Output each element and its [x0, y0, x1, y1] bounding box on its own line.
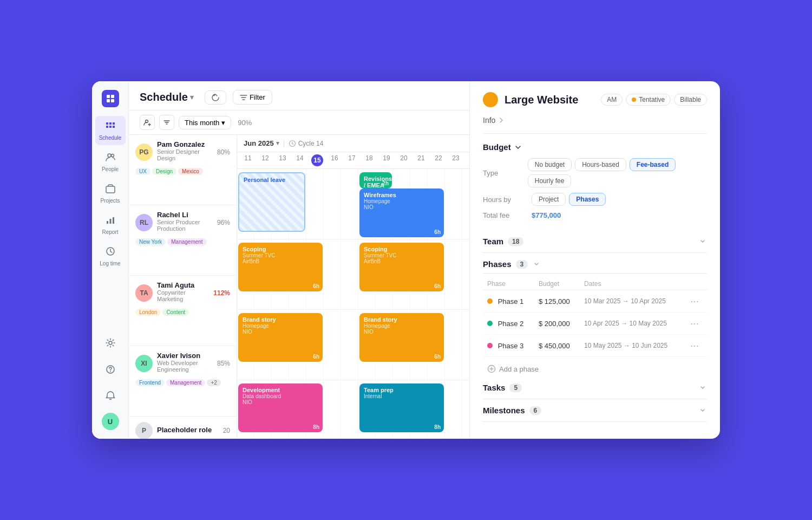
- month-selector[interactable]: This month ▾: [179, 116, 231, 129]
- tasks-label-text: Tasks: [483, 383, 505, 392]
- event-block-3-0[interactable]: DevelopmentData dashboardNIO8h: [238, 384, 323, 432]
- phase-more-btn-2[interactable]: ⋯: [689, 340, 700, 351]
- budget-total-row: Total fee $775,000: [483, 211, 707, 219]
- cal-row-1: ScopingSummer TVCAirBnB6hScopingSummer T…: [237, 239, 469, 310]
- calendar-month-label[interactable]: Jun 2025 ▾: [244, 139, 279, 147]
- cal-cell-2-13: [462, 310, 469, 380]
- team-section[interactable]: Team 18: [483, 230, 707, 253]
- budget-opt-feebased[interactable]: Fee-based: [630, 158, 676, 171]
- event-block-3-1[interactable]: Team prepInternal8h: [359, 384, 444, 432]
- app-logo[interactable]: [102, 90, 119, 107]
- person-tag[interactable]: London: [135, 309, 161, 316]
- budget-hours-phases[interactable]: Phases: [569, 193, 606, 206]
- person-tag[interactable]: Mexico: [178, 168, 203, 175]
- calendar-rows: Personal leave Revisions / EMEA la2hWire…: [237, 169, 469, 439]
- sidebar-item-help[interactable]: [95, 360, 126, 382]
- phase-more-btn-0[interactable]: ⋯: [689, 296, 700, 307]
- add-phase-icon: [487, 365, 496, 373]
- milestones-chevron-icon: [698, 406, 707, 415]
- cal-cell-0-4: [306, 169, 324, 239]
- event-block-1-1[interactable]: ScopingSummer TVCAirBnB6h: [359, 243, 444, 291]
- tentative-label: Tentative: [639, 96, 665, 103]
- sync-icon: [212, 94, 219, 101]
- team-chevron-icon: [698, 237, 707, 246]
- milestones-section[interactable]: Milestones 6: [483, 399, 707, 422]
- svg-rect-4: [106, 122, 108, 125]
- notifications-icon: [105, 391, 116, 404]
- phases-header[interactable]: Phases 3: [483, 253, 707, 274]
- phase-name-cell-0: Phase 1: [483, 290, 534, 313]
- phase-more-btn-1[interactable]: ⋯: [689, 318, 700, 329]
- event-block-0-1[interactable]: Revisions / EMEA la2h: [359, 172, 392, 188]
- event-leave-0-0[interactable]: Personal leave: [238, 172, 305, 232]
- budget-section-title[interactable]: Budget: [483, 142, 707, 152]
- event-hours: 6h: [313, 283, 319, 289]
- person-header-placeholder: P Placeholder role 20: [135, 422, 230, 439]
- cal-month-text: Jun 2025: [244, 139, 274, 147]
- phase-dot-1: [487, 321, 493, 326]
- sort-button[interactable]: [159, 115, 174, 130]
- people-controls: This month ▾ 90%: [129, 110, 469, 135]
- person-tag[interactable]: Frontend: [135, 379, 165, 386]
- sidebar: Schedule People Projects: [92, 81, 129, 439]
- person-tag[interactable]: New York: [135, 238, 166, 245]
- event-title: Wireframes: [364, 192, 440, 198]
- sidebar-item-people[interactable]: People: [95, 147, 126, 177]
- person-tag[interactable]: Content: [162, 309, 189, 316]
- day-col-19: 19: [378, 152, 395, 168]
- budget-hours-project[interactable]: Project: [532, 193, 566, 206]
- person-tag[interactable]: Management: [166, 379, 205, 386]
- person-tag[interactable]: UX: [135, 168, 150, 175]
- phases-label-text: Phases: [483, 259, 512, 269]
- add-people-button[interactable]: [140, 115, 155, 130]
- person-name-placeholder: Placeholder role: [157, 426, 219, 434]
- sidebar-item-notifications[interactable]: [95, 386, 126, 408]
- cal-cell-1-13: [462, 239, 469, 309]
- event-block-0-2[interactable]: WireframesHomepageNIO6h: [359, 188, 444, 237]
- person-pct-0: 80%: [217, 148, 230, 156]
- person-tag[interactable]: Design: [152, 168, 176, 175]
- person-tag[interactable]: +2: [207, 379, 220, 386]
- person-header-1: RL Rachel Li Senior Producer Production …: [135, 211, 230, 234]
- right-panel: Large Website AM Tentative Billable Info: [470, 81, 720, 439]
- person-row-placeholder: P Placeholder role 20: [129, 417, 237, 439]
- sidebar-item-projects[interactable]: Projects: [95, 179, 126, 208]
- milestones-count-badge: 6: [529, 406, 542, 415]
- budget-opt-hourlyfee[interactable]: Hourly fee: [528, 174, 572, 187]
- info-link[interactable]: Info: [483, 116, 505, 125]
- sidebar-report-label: Report: [102, 229, 118, 235]
- event-block-2-1[interactable]: Brand storyHomepageNIO6h: [359, 313, 444, 362]
- sidebar-item-schedule[interactable]: Schedule: [95, 116, 126, 145]
- billable-badge[interactable]: Billable: [674, 94, 707, 106]
- budget-opt-nobudget[interactable]: No budget: [528, 158, 572, 171]
- person-name-0: Pam Gonzalez: [157, 140, 213, 148]
- tasks-label: Tasks 5: [483, 383, 522, 392]
- person-header-2: TA Tami Aguta Copywriter Marketing 112%: [135, 281, 230, 304]
- budget-opt-hoursbased[interactable]: Hours-based: [575, 158, 626, 171]
- filter-button[interactable]: Filter: [233, 90, 272, 105]
- user-avatar[interactable]: U: [102, 413, 119, 430]
- person-tags-2: LondonContent: [135, 309, 230, 316]
- phase-dates-cell-2: 10 May 2025 → 10 Jun 2025: [580, 335, 685, 357]
- tentative-badge[interactable]: Tentative: [626, 94, 671, 106]
- sync-button[interactable]: [205, 90, 226, 105]
- sidebar-item-report[interactable]: Report: [95, 210, 126, 239]
- sidebar-item-logtime[interactable]: Log time: [95, 242, 126, 271]
- calendar-grid: Jun 2025 ▾ Cycle 14 11121314151617181920…: [237, 135, 469, 439]
- tasks-section[interactable]: Tasks 5: [483, 376, 707, 399]
- dates-col-header: Dates: [580, 278, 685, 290]
- event-title: Scoping: [364, 246, 440, 252]
- day-col-12: 12: [257, 152, 274, 168]
- phase-name-2: Phase 3: [498, 342, 524, 350]
- am-badge[interactable]: AM: [601, 94, 623, 106]
- event-block-2-0[interactable]: Brand storyHomepageNIO6h: [238, 313, 323, 362]
- person-tag[interactable]: Management: [167, 238, 206, 245]
- phase-row-2: Phase 3 $ 450,000 10 May 2025 → 10 Jun 2…: [483, 335, 707, 357]
- info-label: Info: [483, 116, 495, 125]
- phase-name-1: Phase 2: [498, 320, 524, 328]
- add-phase-button[interactable]: Add a phase: [483, 361, 707, 376]
- event-block-1-0[interactable]: ScopingSummer TVCAirBnB6h: [238, 243, 323, 291]
- sidebar-item-settings[interactable]: [95, 333, 126, 355]
- schedule-dropdown-icon[interactable]: ▾: [190, 93, 194, 101]
- sidebar-logtime-label: Log time: [100, 261, 120, 266]
